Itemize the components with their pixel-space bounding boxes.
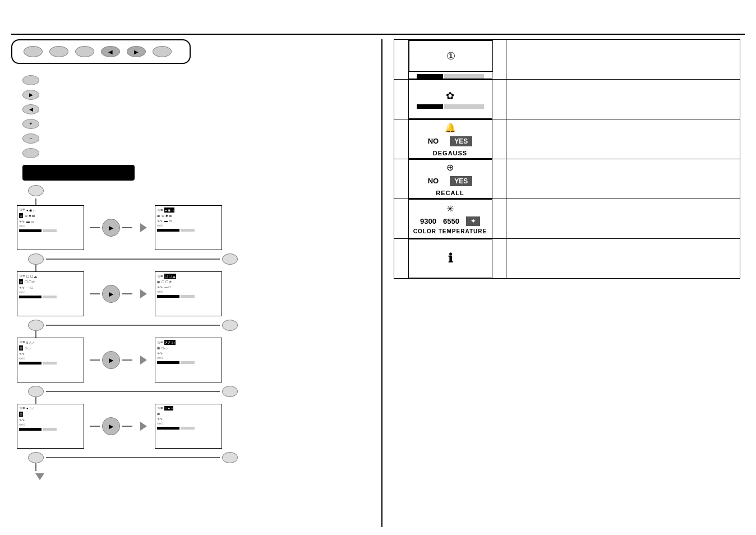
flow-connector-2a (28, 320, 44, 331)
recall-box: ⊕ NO YES RECALL (408, 159, 492, 199)
contrast-icon: ① (409, 40, 493, 72)
recall-options: NO YES (428, 176, 473, 186)
osd-box-1a: ☆≡ ● ◉ ∩ ⊞ ⊙ ✱ ⊠ ∿∿ ▬ ▭ ○○○ (17, 205, 84, 250)
osd-box-3b: ☆≡ ✗✗ ≡ ∕ ⊞ □ ▭ ∿∿ ○○○ (155, 338, 222, 382)
arrow-right-3 (140, 356, 147, 365)
table-row-recall: ⊕ NO YES RECALL (394, 159, 740, 199)
degauss-options: NO YES (428, 136, 473, 146)
preview-recall: ⊕ NO YES RECALL (394, 159, 506, 199)
preview-degauss: 🔔 NO YES DEGAUSS (394, 119, 506, 159)
color-temp-values: 9300 6550 ✦ (420, 216, 480, 226)
brightness-empty (444, 104, 484, 109)
contrast-preview-box: ① (408, 40, 492, 79)
osd-box-2a: ☆≡ ☐ ☐ ☁ ⊞ ☐ ☐ ↺ ∿∿ — □ ○○○ (17, 271, 84, 316)
preview-brightness: ✿ (394, 80, 506, 119)
arrow-right-4 (140, 422, 147, 431)
brightness-icon: ✿ (446, 90, 454, 102)
flow-section-1: ☆≡ ● ◉ ∩ ⊞ ⊙ ✱ ⊠ ∿∿ ▬ ▭ ○○○ (17, 205, 222, 250)
osd-box-4a: ☆≡ ● ○ ○ ⊞ ∿∿ ○○○ (17, 404, 84, 449)
degauss-icon: 🔔 (445, 122, 456, 133)
table-row-info: ℹ (394, 239, 740, 279)
brightness-description (506, 80, 740, 119)
table-row-brightness: ✿ (394, 80, 740, 119)
play-btn-flow-4[interactable]: ▶ (102, 417, 120, 435)
contrast-description (506, 40, 740, 80)
table-row-color-temp: ✳ 9300 6550 ✦ COLOR TEMPERATURE (394, 199, 740, 239)
contrast-progress (417, 74, 484, 79)
btn-right2[interactable] (75, 46, 94, 57)
flow-diagram: ☆≡ ● ◉ ∩ ⊞ ⊙ ✱ ⊠ ∿∿ ▬ ▭ ○○○ (17, 185, 370, 482)
osd-box-2b: ☆≡ ☐ ☐ ☁ ⊞ ☐ ☐ ↺ ∿∿ — □ ○○○ (155, 271, 222, 316)
brightness-fill (417, 104, 443, 109)
degauss-no-label: NO (428, 137, 439, 145)
info-description (506, 239, 740, 279)
recall-sublabel: RECALL (436, 190, 464, 196)
flow-connector-2b (222, 320, 238, 331)
degauss-box: 🔔 NO YES DEGAUSS (408, 119, 492, 159)
left-panel: ◀ ▶ ▶ ◀ + − ☆≡ ● ◉ ∩ ⊞ (11, 39, 370, 527)
preview-contrast: ① (394, 40, 506, 80)
side-btn-4[interactable]: + (22, 119, 39, 129)
recall-description (506, 159, 740, 199)
degauss-description (506, 119, 740, 159)
flow-connector-1b (222, 253, 238, 265)
brightness-progress (417, 104, 484, 109)
right-table: ① ✿ (394, 39, 740, 279)
color-temp-description (506, 199, 740, 239)
arrow-right-2 (140, 289, 147, 298)
flow-connector-4a (28, 452, 44, 463)
color-temp-box: ✳ 9300 6550 ✦ COLOR TEMPERATURE (408, 199, 492, 238)
btn-left[interactable]: ◀ (101, 46, 120, 57)
preview-color-temp: ✳ 9300 6550 ✦ COLOR TEMPERATURE (394, 199, 506, 239)
flow-section-2: ☆≡ ☐ ☐ ☁ ⊞ ☐ ☐ ↺ ∿∿ — □ ○○○ (17, 271, 222, 316)
right-panel: ① ✿ (381, 39, 740, 527)
degauss-yes-label[interactable]: YES (450, 136, 472, 146)
osd-box-3a: ☆≡ ≡ △ ∕ ⊞ □ ▭ ∿∿ ○○○ (17, 338, 84, 382)
play-btn-flow-1[interactable]: ▶ (102, 219, 120, 237)
arrow-down-bottom (35, 473, 44, 480)
preview-info: ℹ (394, 239, 506, 279)
btn-end[interactable] (153, 46, 172, 57)
flow-connector-4b (222, 452, 238, 463)
side-btn-6[interactable] (22, 148, 39, 158)
color-temp-sublabel: COLOR TEMPERATURE (413, 228, 487, 234)
osd-box-4b: ☆≡ ○ ● ○ ⊞ ∿∿ ○○○ (155, 404, 222, 449)
recall-icon: ⊕ (446, 162, 454, 173)
table-row-contrast: ① (394, 40, 740, 80)
info-box: ℹ (408, 239, 492, 278)
degauss-sublabel: DEGAUSS (433, 150, 467, 156)
btn-menu[interactable] (24, 46, 43, 57)
flow-connector-1a (28, 253, 44, 265)
flow-section-4: ☆≡ ● ○ ○ ⊞ ∿∿ ○○○ ▶ (17, 404, 222, 449)
arrow-right-1 (140, 223, 147, 232)
brightness-preview-box: ✿ (408, 80, 492, 119)
button-row: ◀ ▶ (11, 39, 191, 64)
flow-connector-3a (28, 386, 44, 397)
info-icon: ℹ (448, 251, 453, 266)
play-btn-flow-2[interactable]: ▶ (102, 285, 120, 303)
color-temp-icon: ✳ (446, 204, 454, 214)
flow-connector-top (28, 185, 44, 196)
btn-right[interactable]: ▶ (127, 46, 146, 57)
contrast-empty (444, 74, 484, 79)
color-temp-6550[interactable]: 6550 (443, 217, 459, 225)
black-bar-label (22, 165, 135, 181)
color-temp-selected[interactable]: ✦ (466, 216, 480, 226)
recall-no-label: NO (428, 177, 439, 185)
play-btn-flow-3[interactable]: ▶ (102, 351, 120, 369)
side-btn-2[interactable]: ▶ (22, 90, 39, 100)
side-btn-5[interactable]: − (22, 133, 39, 144)
flow-section-3: ☆≡ ≡ △ ∕ ⊞ □ ▭ ∿∿ ○○○ ▶ (17, 338, 222, 382)
osd-box-1b: ☆≡ ● ◉ ∩ ⊞ ⊙ ✱ ⊠ ∿∿ ▬ ▭ ○○○ (155, 205, 222, 250)
table-row-degauss: 🔔 NO YES DEGAUSS (394, 119, 740, 159)
side-btn-1[interactable] (22, 75, 39, 85)
recall-yes-label[interactable]: YES (450, 176, 472, 186)
color-temp-9300[interactable]: 9300 (420, 217, 436, 225)
side-buttons: ▶ ◀ + − (22, 75, 370, 158)
contrast-fill (417, 74, 443, 79)
right-divider-top (381, 34, 745, 35)
flow-connector-3b (222, 386, 238, 397)
btn-right1[interactable] (49, 46, 68, 57)
side-btn-3[interactable]: ◀ (22, 104, 39, 114)
